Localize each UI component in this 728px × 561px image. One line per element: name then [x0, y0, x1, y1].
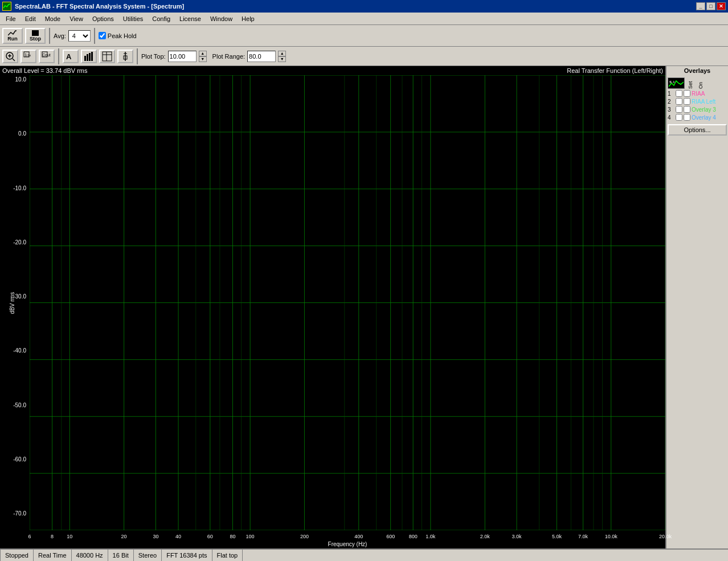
svg-text:40: 40 [175, 534, 181, 539]
svg-text:Frequency (Hz): Frequency (Hz) [328, 541, 367, 547]
overlay-set-2[interactable] [676, 98, 682, 105]
run-button[interactable]: Run [2, 28, 23, 44]
overlays-panel: Overlays S A Set On 1 RIAA [665, 66, 728, 548]
overlay-on-2[interactable] [684, 98, 690, 105]
overlay-num-1: 1 [668, 91, 674, 97]
y-tick-9: -70.0 [13, 510, 27, 517]
separator-1 [49, 28, 50, 44]
svg-rect-1 [32, 30, 39, 36]
set-col-header: Set [688, 75, 693, 89]
plot-range-down[interactable]: ▼ [278, 56, 286, 62]
svg-text:600: 600 [386, 534, 395, 539]
y-tick-6: -40.0 [13, 347, 27, 354]
overall-level: Overall Level = 33.74 dBV rms [2, 67, 88, 74]
x-axis-svg: 6 8 10 20 30 40 60 80 100 200 400 600 80… [30, 531, 665, 548]
menu-mode[interactable]: Mode [40, 14, 66, 23]
svg-line-5 [13, 59, 15, 61]
plot-top-down[interactable]: ▼ [199, 56, 207, 62]
overlay-row-3: 3 Overlay 3 [668, 106, 727, 113]
svg-rect-12 [84, 56, 86, 61]
menu-options[interactable]: Options [88, 14, 118, 23]
chart-wrapper: Overall Level = 33.74 dBV rms Real Trans… [0, 66, 665, 548]
status-samplerate: 48000 Hz [72, 550, 108, 561]
menu-file[interactable]: File [1, 14, 21, 23]
menu-utilities[interactable]: Utilities [118, 14, 148, 23]
app-icon [2, 2, 11, 11]
svg-text:3.0k: 3.0k [512, 534, 522, 539]
maximize-button[interactable]: □ [706, 2, 715, 10]
status-bar: Stopped Real Time 48000 Hz 16 Bit Stereo… [0, 548, 728, 561]
plot-range-up[interactable]: ▲ [278, 51, 286, 56]
svg-text:A: A [66, 52, 72, 61]
avg-label: Avg: [54, 32, 66, 39]
options-button[interactable]: Options... [668, 124, 727, 136]
svg-rect-15 [91, 52, 93, 61]
overlay-on-3[interactable] [684, 106, 690, 113]
peak-hold-container: Peak Hold [99, 32, 137, 39]
peak-hold-checkbox[interactable] [99, 32, 106, 39]
cursor-button[interactable] [117, 50, 133, 63]
table-button[interactable] [99, 50, 115, 63]
peak-hold-label: Peak Hold [108, 32, 137, 39]
amplitude-button[interactable]: A [63, 50, 79, 63]
zoom-out2-button[interactable]: Cout [39, 50, 55, 63]
overlay-num-4: 4 [668, 114, 674, 121]
plot-top-up[interactable]: ▲ [199, 51, 207, 56]
overlay-name-3: Overlay 3 [692, 107, 716, 113]
close-button[interactable]: ✕ [717, 2, 726, 10]
separator-3 [58, 48, 59, 64]
menu-edit[interactable]: Edit [21, 14, 40, 23]
menu-help[interactable]: Help [237, 14, 259, 23]
svg-text:400: 400 [354, 534, 363, 539]
plot-top-spinner[interactable]: ▲ ▼ [199, 51, 207, 62]
plot-range-label: Plot Range: [212, 53, 245, 60]
plot-range-spinner[interactable]: ▲ ▼ [278, 51, 286, 62]
toolbar-main: Run Stop Avg: 1 2 4 8 16 Peak Hold [0, 25, 728, 47]
status-channels: Stereo [134, 550, 162, 561]
overlay-num-3: 3 [668, 107, 674, 113]
svg-text:5.0k: 5.0k [552, 534, 562, 539]
svg-text:100: 100 [246, 534, 255, 539]
overlay-on-1[interactable] [684, 90, 690, 97]
status-window: Flat top [212, 550, 243, 561]
on-col-header: On [698, 75, 704, 89]
plot-area[interactable] [30, 75, 665, 530]
minimize-button[interactable]: _ [696, 2, 705, 10]
svg-text:30: 30 [153, 534, 158, 539]
svg-text:2.0k: 2.0k [480, 534, 490, 539]
overlay-set-1[interactable] [676, 90, 682, 97]
bars-button[interactable] [81, 50, 97, 63]
svg-rect-16 [103, 52, 112, 61]
status-bitdepth: 16 Bit [108, 550, 134, 561]
plot-range-input[interactable]: 80.0 [247, 51, 276, 62]
svg-text:7.0k: 7.0k [578, 534, 588, 539]
menu-window[interactable]: Window [206, 14, 237, 23]
menu-license[interactable]: License [175, 14, 206, 23]
menu-bar: File Edit Mode View Options Utilities Co… [0, 13, 728, 25]
menu-config[interactable]: Config [148, 14, 175, 23]
overlay-set-3[interactable] [676, 106, 682, 113]
zoom-in-button[interactable] [2, 50, 18, 63]
svg-text:8: 8 [51, 534, 54, 539]
svg-text:10.0k: 10.0k [605, 534, 618, 539]
y-axis-label: dBV rms [9, 292, 15, 313]
stop-button[interactable]: Stop [25, 28, 46, 44]
avg-select[interactable]: 1 2 4 8 16 [68, 30, 91, 42]
status-realtime: Real Time [34, 550, 72, 561]
zoom-out-button[interactable]: 1 2x [21, 50, 36, 63]
y-tick-2: 0.0 [18, 130, 27, 137]
menu-view[interactable]: View [65, 14, 88, 23]
overlay-name-4: Overlay 4 [692, 114, 716, 121]
svg-text:Cout: Cout [42, 53, 51, 57]
y-axis: dBV rms 10.0 0.0 -10.0 -20.0 -30.0 -40.0… [0, 75, 30, 530]
overlay-num-2: 2 [668, 99, 674, 105]
svg-text:60: 60 [207, 534, 213, 539]
overlay-on-4[interactable] [684, 114, 690, 121]
transfer-function-label: Real Transfer Function (Left/Right) [567, 67, 663, 74]
svg-text:20.0k: 20.0k [659, 534, 672, 539]
overlay-row-2: 2 RIAA Left [668, 98, 727, 105]
status-stopped: Stopped [0, 550, 34, 561]
overlay-set-4[interactable] [676, 114, 682, 121]
waveform-icon: S A [668, 77, 685, 89]
plot-top-input[interactable]: 10.00 [168, 51, 197, 62]
